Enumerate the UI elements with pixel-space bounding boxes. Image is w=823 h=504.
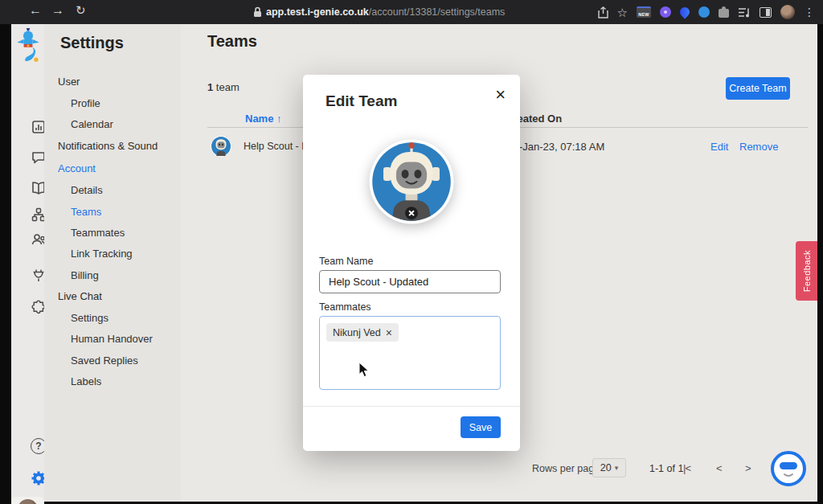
team-row-name[interactable]: Help Scout - D	[244, 141, 309, 152]
reload-icon[interactable]: ↻	[76, 3, 86, 18]
extension-new-icon[interactable]: NEW	[637, 6, 651, 18]
forward-icon[interactable]: →	[51, 3, 64, 18]
pagination-range: 1-1 of 1	[649, 463, 683, 474]
rows-per-page-value: 20	[600, 462, 612, 473]
sidebar-item-teammates[interactable]: Teammates	[71, 227, 125, 239]
sidebar-item-profile[interactable]: Profile	[71, 97, 100, 109]
browser-chrome: ← → ↻ app.test.i-genie.co.uk/account/133…	[0, 0, 823, 24]
team-count-number: 1	[207, 81, 213, 93]
page-title: Teams	[207, 32, 257, 51]
sidebar-item-teams[interactable]: Teams	[71, 206, 101, 218]
create-team-button[interactable]: Create Team	[726, 77, 790, 100]
sidebar-title: Settings	[60, 34, 124, 52]
url-bar[interactable]: app.test.i-genie.co.uk/account/13381/set…	[266, 6, 505, 18]
sidebar-item-user[interactable]: User	[58, 76, 80, 88]
sidebar-item-human-handover[interactable]: Human Handover	[71, 333, 153, 345]
url-domain: app.test.i-genie.co.uk	[266, 6, 369, 18]
sidebar-item-labels[interactable]: Labels	[71, 375, 101, 387]
icon-rail: ?	[11, 24, 44, 502]
user-avatar-tile	[11, 497, 44, 504]
teammates-multiselect[interactable]: Nikunj Ved ×	[319, 316, 501, 390]
sidebar-item-live-chat[interactable]: Live Chat	[58, 290, 102, 302]
teammate-chip: Nikunj Ved ×	[326, 323, 399, 342]
sidebar-item-details[interactable]: Details	[71, 184, 103, 196]
browser-toolbar: ☆ NEW ⋮	[598, 0, 815, 24]
save-button[interactable]: Save	[461, 416, 501, 438]
previous-page-button[interactable]: <	[716, 462, 722, 474]
feedback-label: Feedback	[802, 250, 812, 292]
screen: ← → ↻ app.test.i-genie.co.uk/account/133…	[0, 0, 823, 504]
next-page-button[interactable]: >	[745, 462, 751, 474]
share-icon[interactable]	[598, 6, 608, 18]
chat-widget-button[interactable]	[769, 449, 808, 488]
sidebar-item-link-tracking[interactable]: Link Tracking	[71, 248, 133, 260]
reading-list-icon[interactable]	[738, 7, 751, 18]
team-count: 1 team	[207, 81, 240, 93]
browser-profile-avatar[interactable]	[780, 5, 795, 19]
teammates-label: Teammates	[319, 301, 371, 313]
edit-team-modal: Edit Team × Team Name Teammates	[303, 75, 520, 451]
first-page-button[interactable]: |<	[683, 462, 690, 474]
extensions-puzzle-icon[interactable]	[719, 9, 729, 18]
browser-menu-icon[interactable]: ⋮	[804, 6, 815, 18]
extension-cloud-icon[interactable]	[698, 6, 710, 18]
edit-link[interactable]: Edit	[710, 141, 728, 153]
modal-footer-divider	[303, 406, 520, 407]
sidebar-item-notifications[interactable]: Notifications & Sound	[58, 140, 158, 152]
side-panel-icon[interactable]	[760, 7, 772, 18]
rows-per-page-select[interactable]: 20▾	[592, 458, 626, 477]
chevron-down-icon: ▾	[615, 464, 619, 472]
remove-link[interactable]: Remove	[739, 141, 778, 153]
column-name-label: Name	[245, 113, 273, 125]
team-avatar-image[interactable]	[369, 139, 454, 224]
sidebar-item-saved-replies[interactable]: Saved Replies	[71, 354, 138, 367]
sidebar-item-calendar[interactable]: Calendar	[71, 118, 113, 130]
modal-title: Edit Team	[326, 92, 397, 110]
settings-sidebar: Settings User Profile Calendar Notificat…	[44, 24, 181, 502]
team-row-avatar	[211, 136, 231, 157]
team-row-created: -Jan-23, 07:18 AM	[519, 141, 604, 153]
lock-icon	[253, 6, 262, 21]
team-name-input[interactable]	[319, 270, 501, 293]
team-count-label: team	[216, 81, 240, 93]
url-path: /account/13381/settings/teams	[369, 6, 506, 18]
sidebar-item-account[interactable]: Account	[58, 162, 96, 174]
genie-logo[interactable]	[14, 27, 43, 63]
extension-flame-icon[interactable]	[678, 6, 692, 19]
sort-ascending-icon: ↑	[276, 113, 282, 125]
teammate-chip-label: Nikunj Ved	[333, 327, 381, 338]
sidebar-item-billing[interactable]: Billing	[71, 269, 99, 281]
team-name-label: Team Name	[319, 256, 373, 267]
column-header-name[interactable]: Name ↑	[245, 113, 282, 125]
feedback-tab[interactable]: Feedback	[796, 241, 817, 301]
bookmark-star-icon[interactable]: ☆	[617, 6, 628, 18]
close-icon[interactable]: ×	[495, 86, 506, 104]
chip-remove-icon[interactable]: ×	[386, 327, 392, 338]
sidebar-item-livechat-settings[interactable]: Settings	[71, 312, 109, 324]
user-avatar[interactable]	[18, 499, 38, 504]
back-icon[interactable]: ←	[29, 3, 42, 18]
extension-flower-icon[interactable]	[660, 6, 671, 18]
remove-avatar-icon	[405, 207, 418, 219]
